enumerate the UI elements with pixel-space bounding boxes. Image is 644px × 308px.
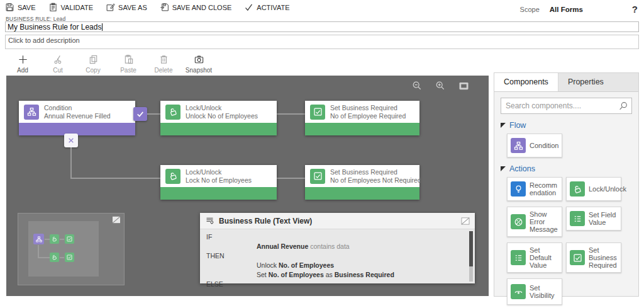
set-required-node[interactable]: Set Business Required No of Employee Req… bbox=[305, 101, 419, 135]
lock-node[interactable]: Lock/Unlock Lock No of Employees bbox=[160, 165, 277, 200]
action-tiles: Recommendation Lock/Unlock Show Error Me… bbox=[494, 177, 638, 305]
connector bbox=[70, 178, 160, 179]
delete-icon bbox=[158, 54, 169, 65]
set-not-required-node[interactable]: Set Business Required No of Employees No… bbox=[305, 165, 419, 200]
collapse-triangle-icon bbox=[501, 166, 506, 171]
zoom-out-icon[interactable] bbox=[412, 81, 422, 91]
activate-button[interactable]: ACTIVATE bbox=[244, 3, 289, 12]
tile-label: Set Business Required bbox=[589, 246, 618, 269]
checkbox-icon bbox=[310, 169, 325, 184]
branch-false-badge[interactable] bbox=[64, 134, 78, 147]
tile-label: Recommendation bbox=[530, 181, 558, 197]
copy-label: Copy bbox=[86, 67, 100, 74]
paste-button[interactable]: Paste bbox=[114, 54, 142, 74]
x-icon bbox=[67, 137, 75, 144]
field-value-icon bbox=[570, 211, 585, 226]
save-button[interactable]: SAVE bbox=[5, 3, 36, 12]
minimap[interactable] bbox=[18, 213, 125, 285]
delete-label: Delete bbox=[155, 67, 173, 74]
search-input[interactable] bbox=[501, 98, 632, 114]
cut-button[interactable]: Cut bbox=[44, 54, 72, 74]
text-view-title: Business Rule (Text View) bbox=[219, 217, 457, 225]
component-tile-show-error-message[interactable]: Show Error Message bbox=[507, 207, 562, 237]
snapshot-label: Snapshot bbox=[186, 67, 212, 74]
add-button[interactable]: Add bbox=[9, 54, 36, 74]
validate-label: VALIDATE bbox=[61, 4, 94, 11]
component-tile-set-visibility[interactable]: Set Visibility bbox=[507, 278, 562, 305]
snapshot-button[interactable]: Snapshot bbox=[185, 54, 213, 74]
text-view-panel: Business Rule (Text View) IF Annual Reve… bbox=[200, 213, 475, 283]
text-view-header[interactable]: Business Rule (Text View) bbox=[200, 213, 475, 229]
tile-label: Set Visibility bbox=[530, 284, 558, 299]
node-subtitle: Lock No of Employees bbox=[186, 176, 252, 185]
node-subtitle: Annual Revenue Filled bbox=[44, 112, 111, 120]
add-label: Add bbox=[17, 67, 28, 74]
save-as-button[interactable]: SAVE AS bbox=[106, 3, 147, 12]
then-label: THEN bbox=[200, 251, 475, 261]
delete-button[interactable]: Delete bbox=[150, 54, 177, 74]
section-actions-title: Actions bbox=[509, 164, 535, 173]
zoom-in-icon[interactable] bbox=[435, 81, 445, 91]
fit-to-canvas-icon[interactable] bbox=[458, 81, 469, 91]
panel-tabs: Components Properties bbox=[494, 73, 638, 92]
if-label: IF bbox=[200, 232, 475, 242]
connector bbox=[277, 113, 305, 115]
copy-icon bbox=[88, 54, 99, 65]
if-condition: Annual Revenue contains data bbox=[200, 242, 475, 251]
component-tile-lock-unlock[interactable]: Lock/Unlock bbox=[566, 177, 621, 201]
connector bbox=[147, 113, 160, 115]
node-title: Condition bbox=[44, 104, 111, 112]
checkbox-icon bbox=[570, 250, 585, 265]
activate-label: ACTIVATE bbox=[257, 4, 289, 11]
copy-button[interactable]: Copy bbox=[79, 54, 107, 74]
help-icon[interactable]: ? bbox=[632, 4, 638, 14]
component-tile-set-business-required[interactable]: Set Business Required bbox=[566, 242, 621, 273]
lock-icon bbox=[570, 181, 585, 197]
tile-label: Condition bbox=[530, 142, 558, 149]
check-icon bbox=[136, 110, 145, 118]
unlock-node[interactable]: Lock/Unlock Unlock No of Employees bbox=[160, 101, 277, 135]
rule-name-input[interactable]: My Business Rule for Leads bbox=[5, 21, 639, 32]
search-icon bbox=[618, 101, 628, 111]
search-wrap bbox=[501, 98, 632, 114]
validate-button[interactable]: VALIDATE bbox=[48, 3, 94, 12]
lock-unlock-icon bbox=[165, 105, 180, 120]
component-tile-recommendation[interactable]: Recommendation bbox=[507, 177, 562, 201]
scope-value[interactable]: All Forms bbox=[550, 6, 583, 13]
business-rule-designer: SAVE VALIDATE SAVE AS SAVE AND CLOSE ACT… bbox=[0, 0, 644, 308]
component-tile-set-field-value[interactable]: Set Field Value bbox=[566, 207, 621, 231]
tile-label: Set Default Value bbox=[530, 246, 558, 269]
minimap-viewport bbox=[28, 221, 99, 277]
save-and-close-button[interactable]: SAVE AND CLOSE bbox=[160, 3, 232, 12]
save-as-label: SAVE AS bbox=[118, 4, 147, 11]
condition-icon bbox=[24, 105, 39, 120]
designer-canvas[interactable]: Condition Annual Revenue Filled bbox=[6, 76, 489, 296]
branch-true-badge[interactable] bbox=[133, 107, 147, 121]
components-panel: Components Properties Flow Condition Act… bbox=[494, 72, 639, 297]
section-flow-header[interactable]: Flow bbox=[494, 114, 638, 134]
text-view-body: IF Annual Revenue contains data THEN Unl… bbox=[200, 229, 475, 283]
condition-node[interactable]: Condition Annual Revenue Filled bbox=[19, 101, 135, 135]
section-actions-header[interactable]: Actions bbox=[494, 157, 638, 177]
minimap-popout-icon[interactable] bbox=[112, 216, 121, 224]
text-view-popout-icon[interactable] bbox=[461, 217, 470, 225]
eye-icon bbox=[511, 284, 526, 299]
tile-label: Show Error Message bbox=[530, 210, 558, 233]
component-tile-condition[interactable]: Condition bbox=[507, 134, 562, 157]
activate-icon bbox=[244, 3, 253, 12]
node-title: Set Business Required bbox=[330, 168, 421, 176]
section-flow-title: Flow bbox=[509, 121, 526, 130]
mini-condition-node bbox=[33, 234, 44, 244]
checkbox-icon bbox=[310, 105, 325, 120]
component-tile-set-default-value[interactable]: Set Default Value bbox=[507, 242, 562, 273]
then-action-1: Unlock No. of Employees bbox=[200, 261, 475, 270]
scope-label: Scope bbox=[520, 6, 540, 13]
tab-components[interactable]: Components bbox=[494, 73, 558, 91]
tab-properties[interactable]: Properties bbox=[558, 73, 613, 91]
then-action-2: Set No. of Employees as Business Require… bbox=[200, 270, 475, 280]
description-field[interactable]: Click to add description bbox=[5, 35, 639, 49]
text-view-scrollbar[interactable] bbox=[469, 231, 473, 282]
else-label: ELSE bbox=[200, 280, 475, 289]
condition-icon bbox=[511, 138, 526, 153]
validate-icon bbox=[48, 3, 58, 12]
